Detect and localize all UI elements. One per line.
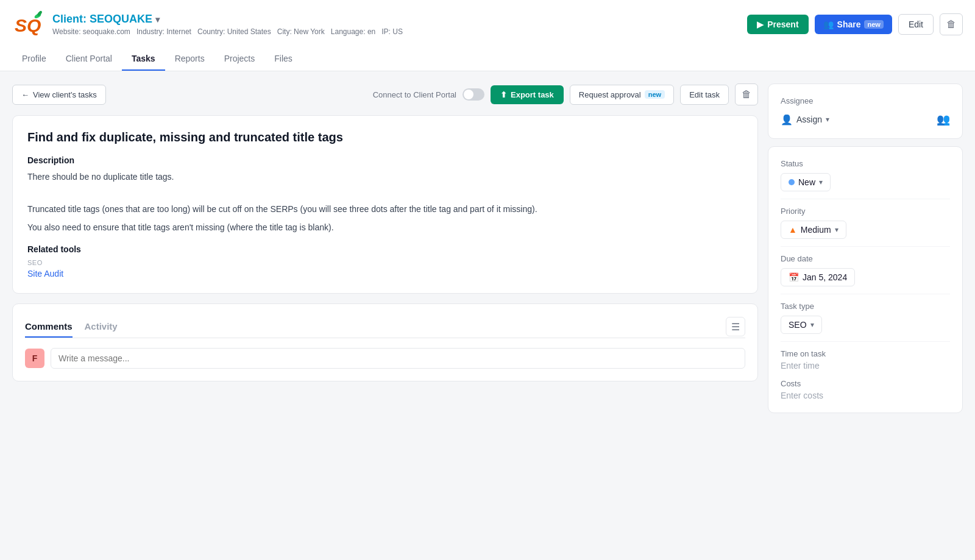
- status-card: Status New ▾ Priority ▲ Medium ▾ Due dat…: [768, 146, 963, 413]
- priority-badge[interactable]: ▲ Medium ▾: [781, 221, 846, 239]
- share-badge: new: [864, 20, 883, 29]
- related-tools-heading: Related tools: [27, 244, 743, 254]
- edit-button[interactable]: Edit: [898, 14, 934, 35]
- assign-person-icon: 👤: [781, 114, 793, 126]
- comments-card: Comments Activity ☰ F: [12, 303, 758, 381]
- back-arrow-icon: ←: [21, 90, 29, 99]
- header-top: SQ Client: SEOQUAKE ▾ Website: seoquake.…: [12, 9, 963, 48]
- assign-row: 👤 Assign ▾ 👥: [781, 113, 950, 126]
- comments-tabs-bar: Comments Activity ☰: [25, 316, 745, 338]
- assignee-card: Assignee 👤 Assign ▾ 👥: [768, 83, 963, 139]
- comment-input-row: F: [25, 348, 745, 369]
- header-left: SQ Client: SEOQUAKE ▾ Website: seoquake.…: [12, 9, 403, 40]
- toggle-knob: [464, 90, 473, 99]
- status-label: Status: [781, 159, 950, 168]
- upload-icon: ⬆: [500, 90, 507, 99]
- divider3: [781, 294, 950, 294]
- site-audit-link[interactable]: Site Audit: [27, 269, 63, 278]
- request-badge: new: [645, 90, 665, 99]
- logo: SQ: [12, 9, 44, 40]
- main-content: ← View client's tasks Connect to Client …: [0, 71, 975, 433]
- time-placeholder[interactable]: Enter time: [781, 361, 950, 370]
- divider: [781, 199, 950, 199]
- request-approval-button[interactable]: Request approval new: [570, 85, 674, 105]
- nav-tabs: Profile Client Portal Tasks Reports Proj…: [12, 48, 963, 71]
- comments-menu-button[interactable]: ☰: [726, 317, 745, 336]
- task-type-value: SEO: [789, 320, 807, 330]
- task-description: There should be no duplicate title tags.…: [27, 170, 743, 235]
- priority-label: Priority: [781, 207, 950, 216]
- tab-profile[interactable]: Profile: [12, 48, 56, 71]
- divider2: [781, 246, 950, 247]
- assign-button[interactable]: 👤 Assign ▾: [781, 114, 829, 126]
- status-chevron-icon: ▾: [819, 178, 823, 186]
- task-type-badge[interactable]: SEO ▾: [781, 316, 822, 334]
- priority-icon: ▲: [789, 225, 797, 235]
- sidebar: Assignee 👤 Assign ▾ 👥 Status New ▾ Prior…: [768, 83, 963, 420]
- share-icon: 👥: [823, 19, 834, 29]
- present-icon: ▶: [757, 19, 764, 29]
- comments-tabs-left: Comments Activity: [25, 316, 130, 338]
- delete-button[interactable]: 🗑: [940, 13, 963, 35]
- task-title: Find and fix duplicate, missing and trun…: [27, 130, 743, 144]
- edit-task-button[interactable]: Edit task: [680, 85, 729, 105]
- task-card: Find and fix duplicate, missing and trun…: [12, 115, 758, 294]
- client-title: Client: SEOQUAKE ▾: [52, 13, 403, 26]
- header: SQ Client: SEOQUAKE ▾ Website: seoquake.…: [0, 0, 975, 71]
- tab-reports[interactable]: Reports: [165, 48, 214, 71]
- action-bar-right: Connect to Client Portal ⬆ Export task R…: [373, 83, 758, 105]
- calendar-icon: 📅: [789, 272, 799, 282]
- client-meta: Website: seoquake.com Industry: Internet…: [52, 27, 403, 36]
- client-info: Client: SEOQUAKE ▾ Website: seoquake.com…: [52, 13, 403, 36]
- priority-value: Medium: [801, 225, 831, 235]
- task-area: ← View client's tasks Connect to Client …: [12, 83, 758, 420]
- tab-files[interactable]: Files: [264, 48, 302, 71]
- tab-client-portal[interactable]: Client Portal: [56, 48, 122, 71]
- export-task-button[interactable]: ⬆ Export task: [491, 85, 564, 104]
- client-dropdown-chevron[interactable]: ▾: [155, 15, 160, 24]
- present-button[interactable]: ▶ Present: [747, 15, 808, 34]
- divider4: [781, 341, 950, 342]
- tab-activity[interactable]: Activity: [85, 316, 118, 338]
- view-client-tasks-button[interactable]: ← View client's tasks: [12, 85, 106, 105]
- tab-comments[interactable]: Comments: [25, 316, 73, 338]
- due-date-label: Due date: [781, 254, 950, 263]
- description-heading: Description: [27, 155, 743, 165]
- tab-projects[interactable]: Projects: [214, 48, 265, 71]
- svg-text:SQ: SQ: [15, 15, 41, 35]
- costs-placeholder[interactable]: Enter costs: [781, 391, 950, 400]
- status-value: New: [798, 177, 815, 187]
- time-label: Time on task: [781, 349, 950, 358]
- costs-label: Costs: [781, 379, 950, 388]
- task-type-chevron-icon: ▾: [810, 321, 814, 329]
- assign-chevron-icon: ▾: [826, 115, 829, 124]
- due-date-value: Jan 5, 2024: [803, 272, 847, 282]
- due-date-badge[interactable]: 📅 Jan 5, 2024: [781, 268, 855, 286]
- related-tools-category: SEO: [27, 259, 743, 266]
- action-bar: ← View client's tasks Connect to Client …: [12, 83, 758, 105]
- share-button[interactable]: 👥 Share new: [815, 15, 892, 34]
- task-delete-button[interactable]: 🗑: [735, 83, 758, 105]
- header-actions: ▶ Present 👥 Share new Edit 🗑: [747, 13, 963, 35]
- connect-toggle[interactable]: [463, 88, 484, 101]
- tab-tasks[interactable]: Tasks: [122, 48, 165, 71]
- client-name[interactable]: SEOQUAKE: [90, 13, 152, 25]
- connect-label: Connect to Client Portal: [373, 90, 456, 99]
- priority-chevron-icon: ▾: [835, 225, 838, 234]
- status-dot: [789, 179, 795, 185]
- status-badge[interactable]: New ▾: [781, 173, 831, 191]
- comment-input[interactable]: [51, 348, 745, 369]
- avatar: F: [25, 349, 44, 368]
- add-assignee-icon[interactable]: 👥: [937, 113, 950, 126]
- task-type-label: Task type: [781, 302, 950, 311]
- assignee-label: Assignee: [781, 96, 950, 105]
